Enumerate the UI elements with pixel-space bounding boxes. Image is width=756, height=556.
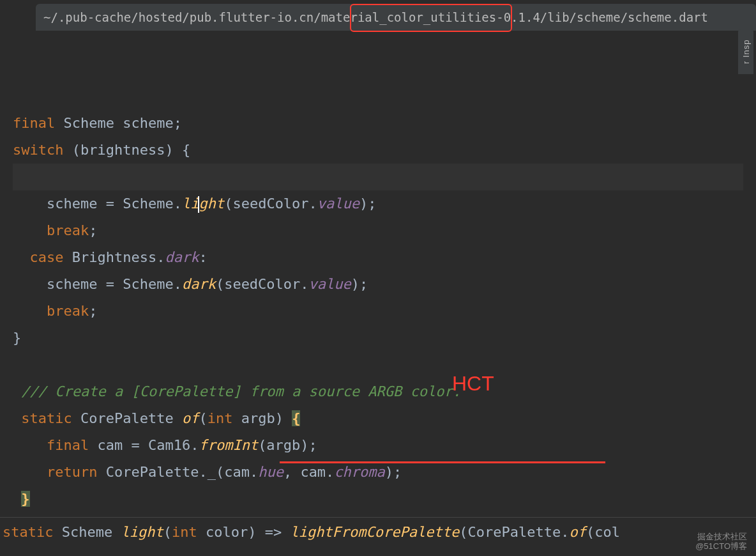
matched-brace-close: }: [21, 491, 29, 507]
keyword-break: break: [47, 303, 89, 319]
keyword-break: break: [47, 222, 89, 238]
current-line-highlight: [13, 164, 743, 190]
keyword-final: final: [13, 115, 55, 131]
annotation-underline: [280, 461, 605, 463]
matched-brace-open: {: [292, 410, 300, 426]
keyword-switch: switch: [13, 142, 63, 158]
keyword-static: static: [21, 410, 72, 426]
doc-comment: /// Create a [: [21, 383, 139, 399]
file-path-text: ~/.pub-cache/hosted/pub.flutter-io.cn/ma…: [43, 10, 708, 24]
keyword-case: case: [30, 249, 64, 265]
bottom-code-line: static Scheme light(int color) => lightF…: [0, 517, 756, 556]
code-editor[interactable]: final Scheme scheme; switch (brightness)…: [13, 83, 743, 513]
file-path-tab[interactable]: ~/.pub-cache/hosted/pub.flutter-io.cn/ma…: [36, 4, 756, 31]
keyword-final: final: [47, 437, 89, 453]
annotation-hct-label: HCT: [452, 372, 494, 396]
inspector-tool-tab[interactable]: r Insp: [738, 29, 753, 74]
keyword-return: return: [47, 464, 97, 480]
watermark: 掘金技术社区 @51CTO博客: [695, 532, 747, 551]
